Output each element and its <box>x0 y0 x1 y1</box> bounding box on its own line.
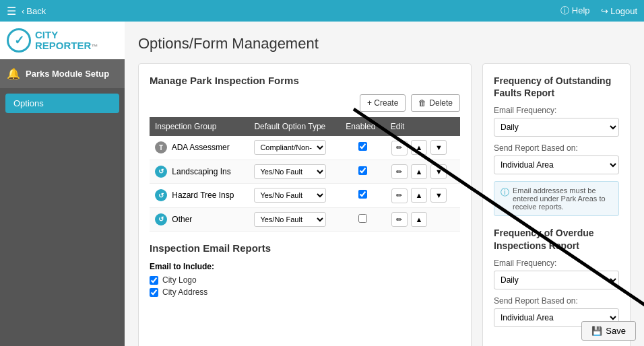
send-report-label-2: Send Report Based on: <box>494 296 619 306</box>
row-type: Yes/No Fault Compliant/Non- <box>249 207 340 232</box>
row-group: ↺ Hazard Tree Insp <box>150 184 249 208</box>
col-edit: Edit <box>385 117 460 136</box>
outstanding-title: Frequency of Outstanding Faults Report <box>494 75 619 99</box>
type-icon-c3: ↺ <box>155 213 167 226</box>
type-select-4[interactable]: Yes/No Fault Compliant/Non- <box>254 212 326 227</box>
info-icon: ⓘ <box>501 186 509 211</box>
row-edit: ✏ ▲ ▼ <box>385 136 460 160</box>
col-type: Default Option Type <box>249 117 340 136</box>
email-freq-select-1[interactable]: Daily Weekly Monthly <box>494 118 619 137</box>
email-freq-label-2: Email Frequency: <box>494 258 619 268</box>
type-icon-t: T <box>155 141 167 153</box>
type-icon-c: ↺ <box>155 166 167 178</box>
row-type: Yes/No Fault Compliant/Non- <box>249 160 340 184</box>
row-edit: ✏ ▲ ▼ <box>385 184 460 208</box>
edit-button-4[interactable]: ✏ <box>391 212 408 227</box>
manage-card: Manage Park Inspection Forms + Create 🗑 … <box>138 63 472 346</box>
up-button-2[interactable]: ▲ <box>411 164 427 179</box>
email-freq-label-1: Email Frequency: <box>494 106 619 115</box>
up-button-1[interactable]: ▲ <box>411 140 427 155</box>
down-button-1[interactable]: ▼ <box>430 140 447 155</box>
enabled-checkbox-4[interactable] <box>358 214 367 223</box>
edit-button-2[interactable]: ✏ <box>391 164 408 179</box>
top-bar-right: ⓘ Help ↪ Logout <box>560 5 637 17</box>
row-group: T ADA Assessmer <box>150 136 249 160</box>
manage-card-title: Manage Park Inspection Forms <box>150 75 460 86</box>
save-button[interactable]: 💾 Save <box>581 321 636 341</box>
save-icon: 💾 <box>591 326 602 336</box>
overdue-title: Frequency of Overdue Inspections Report <box>494 227 619 251</box>
send-report-select-1[interactable]: Individual Area All Areas <box>494 155 619 174</box>
city-logo-checkbox[interactable] <box>150 276 158 285</box>
city-address-checkbox[interactable] <box>150 288 158 297</box>
logout-link[interactable]: ↪ Logout <box>601 6 637 16</box>
enabled-checkbox-2[interactable] <box>358 166 367 175</box>
sidebar-item-options[interactable]: Options <box>5 94 119 113</box>
col-group: Inspection Group <box>150 117 249 136</box>
row-edit: ✏ ▲ ▼ <box>385 160 460 184</box>
table-toolbar: + Create 🗑 Delete <box>150 94 460 112</box>
save-bar: 💾 Save <box>573 316 644 346</box>
sidebar-module-label: 🔔 Parks Module Setup <box>0 59 125 88</box>
side-card: Frequency of Outstanding Faults Report E… <box>482 63 631 346</box>
row-enabled <box>340 136 385 160</box>
top-bar: ☰ ‹ Back ⓘ Help ↪ Logout <box>0 0 644 22</box>
email-section: Inspection Email Reports Email to Includ… <box>150 242 460 297</box>
inspection-table: Inspection Group Default Option Type Ena… <box>150 117 460 232</box>
content-row: Manage Park Inspection Forms + Create 🗑 … <box>138 63 631 346</box>
row-enabled <box>340 184 385 208</box>
chevron-left-icon: ‹ <box>22 6 24 16</box>
top-bar-left: ☰ ‹ Back <box>7 5 46 18</box>
help-link[interactable]: ⓘ Help <box>560 5 589 17</box>
back-button[interactable]: ‹ Back <box>22 6 46 16</box>
up-button-3[interactable]: ▲ <box>411 188 427 203</box>
help-icon: ⓘ <box>560 5 569 15</box>
enabled-checkbox-1[interactable] <box>358 142 367 151</box>
row-type: Compliant/Non- Yes/No Fault <box>249 136 340 160</box>
row-edit: ✏ ▲ <box>385 207 460 232</box>
sidebar-logo: ✓ CITYREPORTER™ <box>0 22 125 59</box>
type-select-3[interactable]: Yes/No Fault Compliant/Non- <box>254 188 326 203</box>
email-city-logo: City Logo <box>150 275 460 285</box>
email-freq-select-2[interactable]: Daily Weekly Monthly <box>494 271 619 289</box>
sidebar: ✓ CITYREPORTER™ 🔔 Parks Module Setup Opt… <box>0 22 125 346</box>
send-report-label-1: Send Report Based on: <box>494 143 619 153</box>
email-city-address: City Address <box>150 287 460 297</box>
enabled-checkbox-3[interactable] <box>358 190 367 199</box>
email-to-include-label: Email to Include: <box>150 262 460 271</box>
create-button[interactable]: + Create <box>360 94 406 112</box>
up-button-4[interactable]: ▲ <box>411 212 427 227</box>
info-box: ⓘ Email addresses must be entered under … <box>494 181 619 216</box>
main-layout: ✓ CITYREPORTER™ 🔔 Parks Module Setup Opt… <box>0 22 644 346</box>
trash-icon: 🗑 <box>418 98 426 108</box>
table-row: ↺ Other Yes/No Fault Compliant/Non- <box>150 207 460 232</box>
down-button-3[interactable]: ▼ <box>430 188 447 203</box>
edit-button-1[interactable]: ✏ <box>391 141 408 155</box>
down-button-2[interactable]: ▼ <box>430 164 447 179</box>
main-content: Options/Form Management Manage Park Insp… <box>125 22 644 346</box>
row-group: ↺ Landscaping Ins <box>150 160 249 184</box>
email-section-title: Inspection Email Reports <box>150 242 460 254</box>
table-row: ↺ Hazard Tree Insp Yes/No Fault Complian… <box>150 184 460 208</box>
row-type: Yes/No Fault Compliant/Non- <box>249 184 340 208</box>
table-row: ↺ Landscaping Ins Yes/No Fault Compliant… <box>150 160 460 184</box>
delete-button[interactable]: 🗑 Delete <box>411 94 460 112</box>
outstanding-section: Frequency of Outstanding Faults Report E… <box>494 75 619 216</box>
edit-button-3[interactable]: ✏ <box>391 188 408 203</box>
back-label: Back <box>26 6 46 16</box>
row-enabled <box>340 160 385 184</box>
bell-icon: 🔔 <box>7 67 20 80</box>
type-select-2[interactable]: Yes/No Fault Compliant/Non- <box>254 164 326 179</box>
logo-icon: ✓ <box>7 28 31 53</box>
logout-icon: ↪ <box>601 6 608 16</box>
type-select-1[interactable]: Compliant/Non- Yes/No Fault <box>254 140 326 155</box>
logo-text: CITYREPORTER™ <box>35 30 98 52</box>
row-group: ↺ Other <box>150 207 249 232</box>
sidebar-nav: Options <box>0 88 125 118</box>
col-enabled: Enabled <box>340 117 385 136</box>
page-title: Options/Form Management <box>138 35 631 53</box>
hamburger-icon[interactable]: ☰ <box>7 5 16 18</box>
type-icon-c2: ↺ <box>155 189 167 201</box>
table-row: T ADA Assessmer Compliant/Non- Yes/No Fa… <box>150 136 460 160</box>
row-enabled <box>340 207 385 232</box>
